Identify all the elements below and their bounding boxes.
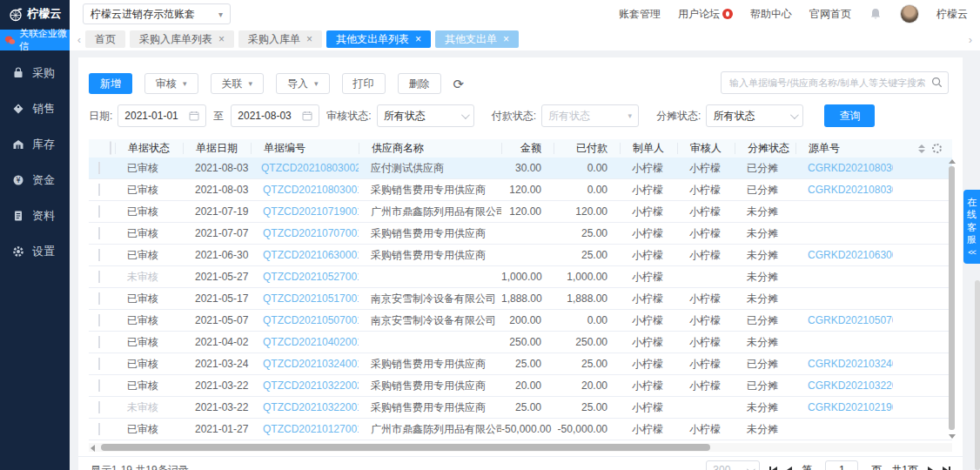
- col-supplier[interactable]: 供应商名称: [359, 143, 501, 154]
- table-row[interactable]: 已审核2021-05-17QTZCD20210517001南京安雪制冷设备有限公…: [89, 288, 952, 310]
- table-row[interactable]: 已审核2021-05-07QTZCD20210507001南京安雪制冷设备有限公…: [89, 310, 952, 332]
- scroll-up-icon[interactable]: [949, 159, 956, 164]
- source-no-link[interactable]: CGRKD20210630001: [808, 249, 893, 261]
- doc-no-link[interactable]: QTZCD20210527001: [263, 271, 359, 283]
- source-no-link[interactable]: CGRKD20210803001: [808, 162, 893, 174]
- close-icon[interactable]: ×: [218, 33, 225, 45]
- source-no-link[interactable]: CGRKD20210507002: [808, 314, 893, 326]
- page-size-select[interactable]: 300: [706, 460, 760, 470]
- row-checkbox[interactable]: [98, 249, 100, 261]
- search-input[interactable]: [721, 71, 949, 94]
- prev-page-button[interactable]: [787, 467, 792, 470]
- refresh-icon[interactable]: ⟳: [453, 77, 465, 91]
- scroll-left-icon[interactable]: [91, 445, 95, 452]
- doc-no-link[interactable]: QTZCD20210517001: [263, 292, 359, 305]
- tab-home[interactable]: 首页: [85, 30, 125, 48]
- col-maker[interactable]: 制单人: [620, 143, 677, 154]
- hscroll-thumb[interactable]: [101, 444, 710, 451]
- doc-no-link[interactable]: QTZCD20210803001: [263, 184, 359, 196]
- import-dropdown-button[interactable]: 导入 ▾: [276, 73, 330, 94]
- header-checkbox[interactable]: [110, 141, 111, 155]
- table-row[interactable]: 已审核2021-08-03QTZCD20210803002应付测试供应商30.0…: [89, 158, 952, 179]
- row-checkbox[interactable]: [98, 292, 100, 305]
- query-button[interactable]: 查询: [824, 104, 875, 127]
- col-doc-date[interactable]: 单据日期: [183, 143, 251, 154]
- row-checkbox[interactable]: [98, 401, 100, 413]
- user-avatar[interactable]: [900, 4, 919, 24]
- table-row[interactable]: 已审核2021-07-19QTZCD20210719001广州市鼎鑫陈列用品有限…: [89, 201, 952, 223]
- doc-no-link[interactable]: QTZCD20210630001: [263, 249, 359, 261]
- col-amount[interactable]: 金额: [501, 143, 554, 154]
- online-service-button[interactable]: 在线客服 <<: [963, 190, 980, 264]
- vscroll-thumb[interactable]: [949, 166, 955, 430]
- row-checkbox[interactable]: [98, 358, 100, 370]
- date-from-input[interactable]: 2021-01-01: [117, 104, 206, 127]
- source-no-link[interactable]: CGRKD20210324001: [808, 358, 893, 370]
- source-no-link[interactable]: CGRKD20210803001: [808, 184, 893, 196]
- sidebar-item-sales[interactable]: 销售: [0, 96, 70, 122]
- tab-other-expense-list[interactable]: 其他支出单列表 ×: [326, 30, 431, 48]
- relate-dropdown-button[interactable]: 关联 ▾: [211, 73, 265, 94]
- audit-status-select[interactable]: 所有状态: [377, 104, 474, 127]
- source-no-link[interactable]: CGRKD20210219001: [808, 401, 893, 413]
- row-checkbox[interactable]: [98, 336, 100, 348]
- last-page-button[interactable]: [943, 467, 950, 470]
- col-doc-status[interactable]: 单据状态: [115, 143, 183, 154]
- tab-purchase-inbound[interactable]: 采购入库单 ×: [238, 30, 322, 48]
- table-row[interactable]: 已审核2021-01-27QTZCD20210127001广州市鼎鑫陈列用品有限…: [89, 419, 952, 440]
- sidebar-item-settings[interactable]: 设置: [0, 238, 70, 265]
- close-icon[interactable]: ×: [503, 33, 509, 45]
- page-scrollbar-thumb[interactable]: [975, 280, 980, 470]
- page-number-input[interactable]: [825, 460, 858, 470]
- date-to-input[interactable]: 2021-08-03: [231, 104, 319, 127]
- col-paid[interactable]: 已付款: [554, 143, 620, 154]
- doc-no-link[interactable]: QTZCD20210324001: [263, 358, 359, 370]
- table-vertical-scrollbar[interactable]: [948, 158, 956, 440]
- search-icon[interactable]: [931, 77, 943, 88]
- tabs-scroll-right-icon[interactable]: ›: [964, 33, 977, 46]
- col-auditor[interactable]: 审核人: [677, 143, 735, 154]
- user-forum-link[interactable]: 用户论坛: [678, 7, 733, 22]
- print-button[interactable]: 打印: [342, 73, 386, 94]
- scroll-down-icon[interactable]: [949, 434, 956, 439]
- tab-other-expense[interactable]: 其他支出单 ×: [435, 30, 519, 48]
- row-checkbox[interactable]: [98, 271, 100, 283]
- bell-icon[interactable]: [869, 7, 883, 21]
- row-checkbox[interactable]: [98, 205, 100, 218]
- sidebar-item-data[interactable]: 资料: [0, 203, 70, 229]
- account-mgmt-link[interactable]: 账套管理: [619, 7, 661, 22]
- row-checkbox[interactable]: [98, 314, 100, 326]
- column-settings-icon[interactable]: [932, 144, 942, 153]
- doc-no-link[interactable]: QTZCD20210719001: [263, 205, 359, 218]
- share-status-select[interactable]: 所有状态: [706, 104, 803, 127]
- new-button[interactable]: 新增: [89, 73, 132, 94]
- row-checkbox[interactable]: [98, 184, 100, 196]
- col-share-status[interactable]: 分摊状态: [735, 143, 795, 154]
- row-checkbox[interactable]: [98, 423, 100, 435]
- table-row[interactable]: 已审核2021-03-22QTZCD20210322002采购销售费用专用供应商…: [89, 375, 952, 397]
- sort-icon[interactable]: [918, 144, 925, 153]
- col-doc-no[interactable]: 单据编号: [251, 143, 359, 154]
- table-row[interactable]: 已审核2021-07-07QTZCD20210707001采购销售费用专用供应商…: [89, 223, 952, 245]
- row-checkbox[interactable]: [98, 227, 100, 239]
- doc-no-link[interactable]: QTZCD20210707001: [263, 227, 359, 239]
- close-icon[interactable]: ×: [415, 33, 421, 45]
- delete-button[interactable]: 删除: [398, 73, 441, 94]
- table-row[interactable]: 已审核2021-08-03QTZCD20210803001采购销售费用专用供应商…: [89, 179, 952, 201]
- source-no-link[interactable]: CGRKD20210322001: [808, 379, 893, 392]
- doc-no-link[interactable]: QTZCD20210507001: [263, 314, 359, 326]
- sidebar-item-wechat[interactable]: 关联企业微信: [0, 30, 70, 50]
- row-checkbox[interactable]: [98, 379, 100, 392]
- help-center-link[interactable]: 帮助中心: [750, 7, 792, 22]
- sidebar-item-purchase[interactable]: 采购: [0, 60, 70, 86]
- doc-no-link[interactable]: QTZCD20210402001: [263, 336, 359, 348]
- table-row[interactable]: 已审核2021-03-24QTZCD20210324001采购销售费用专用供应商…: [89, 353, 952, 375]
- sidebar-item-funds[interactable]: ¥ 资金: [0, 167, 70, 193]
- close-icon[interactable]: ×: [306, 33, 312, 45]
- pay-status-select[interactable]: 所有状态 ▾: [541, 104, 639, 127]
- table-row[interactable]: 未审核2021-05-27QTZCD202105270011,000.001,0…: [89, 266, 952, 288]
- first-page-button[interactable]: [769, 467, 777, 470]
- sidebar-item-inventory[interactable]: 库存: [0, 131, 70, 158]
- doc-no-link[interactable]: QTZCD20210127001: [263, 423, 359, 435]
- tab-purchase-inbound-list[interactable]: 采购入库单列表 ×: [130, 30, 234, 48]
